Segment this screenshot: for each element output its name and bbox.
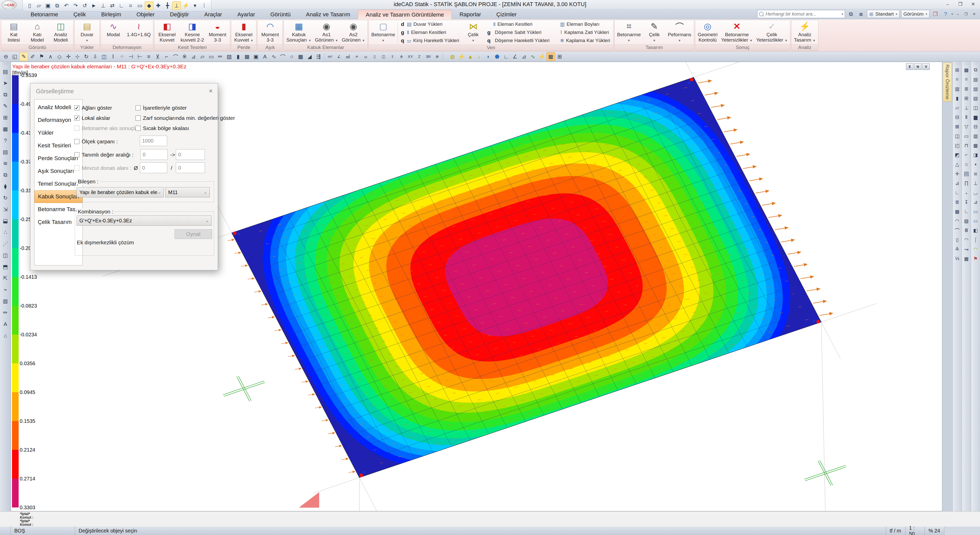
- mesh2-icon[interactable]: ⌗: [962, 75, 971, 84]
- veri-celik-button[interactable]: Çelik▼: [462, 21, 485, 44]
- perp-snap-icon[interactable]: ⊥: [172, 1, 181, 10]
- value-range-checkbox[interactable]: [74, 152, 80, 157]
- corner2-icon[interactable]: ∟: [502, 52, 511, 61]
- hatch2-icon[interactable]: ▥: [1, 297, 10, 305]
- support-icon[interactable]: ⊥: [962, 103, 971, 112]
- result-grid-icon[interactable]: ▦: [546, 52, 555, 61]
- geometri-kontrolu-button[interactable]: GeometriKontrolü: [696, 21, 719, 44]
- command-history[interactable]: *İptal*Komut :*İptal*Komut :: [0, 511, 980, 527]
- analiz-modeli-button[interactable]: AnalizModeli: [49, 21, 72, 44]
- menu-tab[interactable]: Raporlar: [452, 10, 488, 19]
- extend-icon[interactable]: ⊢: [135, 52, 144, 61]
- copy-icon[interactable]: ⧉: [1, 171, 10, 179]
- spline-icon[interactable]: ∿: [269, 52, 278, 61]
- beam-edit2-icon[interactable]: ⊠: [953, 122, 962, 131]
- wall-rep-icon[interactable]: ◨: [971, 151, 980, 159]
- menu-tab[interactable]: Görüntü: [262, 10, 298, 19]
- area-m2-icon[interactable]: m²: [326, 52, 334, 61]
- edit-pen-icon[interactable]: ✎: [1, 102, 10, 110]
- pen2-icon[interactable]: ✏: [1, 308, 10, 317]
- mesh3-icon[interactable]: ▦: [962, 254, 971, 263]
- fillet-icon[interactable]: ⌒: [171, 52, 180, 61]
- beams-icon[interactable]: ▥: [971, 132, 980, 140]
- mdi-minimize-button[interactable]: ⊻: [906, 63, 913, 70]
- tags-icon[interactable]: ⊿: [971, 198, 980, 206]
- checkbox-row[interactable]: Sıcak bölge skalası: [135, 125, 235, 131]
- checkbox-row[interactable]: Betonarme aks sonuçları: [74, 125, 141, 131]
- command-search[interactable]: ▾: [757, 10, 845, 18]
- menu-tab[interactable]: Analiz ve Tasarım Görüntüleme: [358, 10, 452, 20]
- anchor-icon[interactable]: ↧: [962, 198, 971, 206]
- rotate-icon[interactable]: ↻: [82, 52, 91, 61]
- search-input[interactable]: [765, 11, 840, 17]
- analiz-tasarim-button[interactable]: AnalizTasarım ▼: [792, 21, 817, 44]
- mdi-restore-button[interactable]: N: [914, 63, 921, 70]
- flip-icon[interactable]: ⬒: [1, 262, 10, 271]
- ribbon-minimize-icon[interactable]: –: [955, 11, 961, 17]
- fence-edit-icon[interactable]: ▦: [953, 207, 962, 216]
- area-mm2-icon[interactable]: ㎟: [344, 52, 352, 61]
- paste-icon[interactable]: ⧫: [1, 182, 10, 191]
- scale-factor-input[interactable]: 1000: [140, 136, 167, 146]
- node-edit-icon[interactable]: ⊞: [1, 113, 10, 122]
- path-icon[interactable]: ↝: [962, 245, 971, 254]
- rebar-edit-icon[interactable]: ⊿: [953, 179, 962, 187]
- layer-filter-icon[interactable]: ⧉: [846, 10, 855, 18]
- redo-icon[interactable]: ↷: [71, 1, 80, 10]
- checkbox-row[interactable]: Ağları göster: [74, 105, 141, 111]
- pill-icon[interactable]: ▭: [962, 132, 971, 140]
- corner-edit-icon[interactable]: ∟: [953, 188, 962, 197]
- menu-tab[interactable]: Ayarlar: [230, 10, 262, 19]
- report-preview-tab[interactable]: Rapor Önizleme: [943, 63, 952, 102]
- corbel-icon[interactable]: ⌐: [962, 151, 971, 159]
- wall-bolt-icon[interactable]: ⚡: [457, 52, 466, 61]
- angle2-icon[interactable]: ∠: [511, 52, 519, 61]
- tri-icon[interactable]: ⊿: [520, 52, 528, 61]
- text-icon[interactable]: A: [261, 52, 269, 61]
- restore-button[interactable]: ❐: [955, 0, 966, 8]
- qat-more-icon[interactable]: ⁞: [200, 1, 208, 10]
- undo-icon[interactable]: ↶: [62, 1, 71, 10]
- minimize-button[interactable]: –: [942, 0, 953, 8]
- turn-icon[interactable]: ⇪: [388, 52, 397, 61]
- trim-icon[interactable]: ⊣: [127, 52, 135, 61]
- wall2-edit-icon[interactable]: ▯: [953, 235, 962, 244]
- veri-row[interactable]: ▥Eleman Boyları: [554, 21, 610, 28]
- hood-icon[interactable]: ⌂: [962, 160, 971, 168]
- panel-table-icon[interactable]: ◫: [953, 132, 962, 140]
- kabuk-sonuclari-button[interactable]: KabukSonuçları ▼: [285, 21, 313, 44]
- checkbox-row[interactable]: Zarf sonuçlarında min. değerleri göster: [135, 115, 235, 121]
- veri-betonarme-button[interactable]: Betonarme▼: [370, 21, 396, 44]
- target-icon[interactable]: ⊕: [433, 52, 442, 61]
- area-icon[interactable]: ▱: [198, 52, 207, 61]
- dome-edit-icon[interactable]: ◠: [953, 216, 962, 225]
- colorbar-icon[interactable]: ▆: [971, 113, 980, 121]
- stairs3d-icon[interactable]: ⌠: [971, 235, 980, 244]
- moment-33-button[interactable]: Moment3-3: [206, 21, 229, 44]
- rebar-spacing-input[interactable]: 0: [176, 162, 205, 173]
- ribbon-restore-icon[interactable]: ❐: [963, 11, 969, 17]
- step-icon[interactable]: ₊: [962, 188, 971, 197]
- binocular-icon[interactable]: ⌂: [1, 331, 10, 340]
- tasarim-betonarme-button[interactable]: Betonarme▼: [616, 21, 642, 44]
- z-icon[interactable]: Z: [415, 52, 424, 61]
- component-select[interactable]: M11⌄: [165, 187, 210, 197]
- play-button[interactable]: Oynat: [175, 229, 212, 239]
- column-icon[interactable]: ◍: [448, 52, 457, 61]
- stair2-icon[interactable]: ≣: [962, 84, 971, 93]
- chamfer-icon[interactable]: ⌐: [162, 52, 171, 61]
- rotate-view-icon[interactable]: ↻: [1, 194, 10, 202]
- measure-icon[interactable]: ⊿: [189, 52, 198, 61]
- pull-icon[interactable]: ⇱: [1, 274, 10, 283]
- veri-row[interactable]: ⅡEleman Kesitleri: [487, 21, 549, 28]
- new-file-icon[interactable]: ▯: [25, 1, 34, 10]
- layers-icon[interactable]: ≋: [1, 159, 10, 168]
- level-icon[interactable]: ≐: [352, 52, 361, 61]
- roof-icon[interactable]: ▲: [466, 52, 475, 61]
- duvar-button[interactable]: Duvar▼: [76, 21, 99, 44]
- net-icon[interactable]: ⋔: [397, 52, 406, 61]
- num-edit-icon[interactable]: ⅓: [953, 254, 962, 263]
- offset-icon[interactable]: ≡: [145, 52, 153, 61]
- perde-eksenel-button[interactable]: EksenelKuvvet ▼: [232, 21, 255, 44]
- checkbox[interactable]: [74, 116, 80, 121]
